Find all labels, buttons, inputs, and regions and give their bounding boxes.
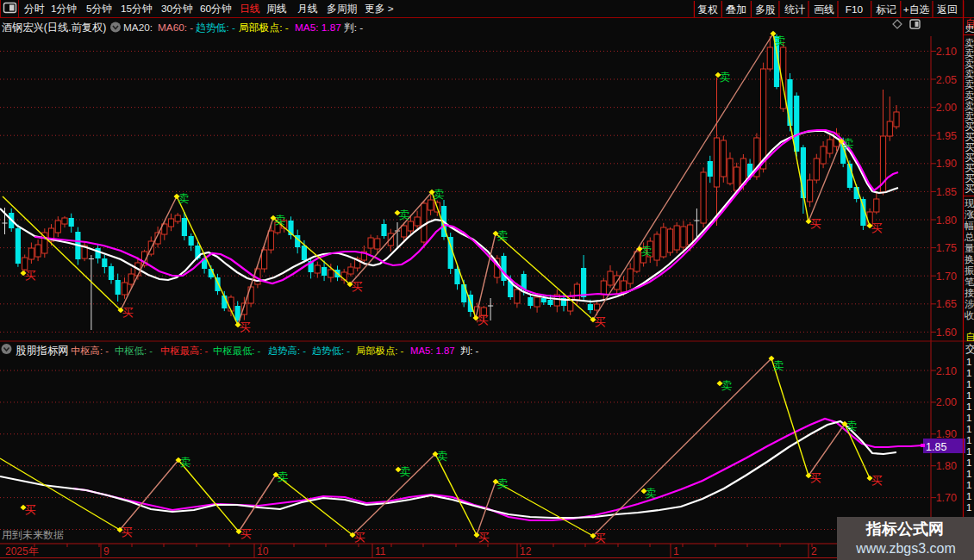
svg-text:2: 2 — [811, 545, 817, 557]
svg-text:1: 1 — [966, 491, 971, 501]
svg-text:1.70: 1.70 — [936, 492, 957, 504]
svg-text:卖: 卖 — [965, 38, 974, 48]
svg-text:卖: 卖 — [275, 214, 286, 227]
svg-text:交: 交 — [965, 343, 974, 355]
svg-text:MA5: 1.87: MA5: 1.87 — [295, 22, 341, 34]
svg-text:1.65: 1.65 — [936, 298, 957, 310]
svg-text:多股: 多股 — [755, 3, 776, 16]
svg-text:1.70: 1.70 — [936, 271, 957, 283]
svg-text:卖: 卖 — [846, 420, 858, 432]
svg-text:中枢低: -: 中枢低: - — [115, 345, 153, 356]
svg-text:1.80: 1.80 — [936, 460, 957, 472]
svg-text:买: 买 — [871, 474, 883, 487]
svg-text:1: 1 — [966, 502, 971, 513]
svg-text:卖: 卖 — [965, 48, 974, 59]
svg-text:指标公式网: 指标公式网 — [865, 520, 944, 538]
svg-text:卖: 卖 — [278, 470, 289, 483]
svg-text:2025年: 2025年 — [5, 545, 39, 557]
svg-text:卖: 卖 — [965, 79, 974, 90]
svg-text:1: 1 — [966, 435, 971, 445]
svg-text:www.zbgs3.com: www.zbgs3.com — [855, 541, 956, 556]
svg-text:1.80: 1.80 — [936, 215, 957, 227]
svg-text:月线: 月线 — [297, 3, 318, 15]
svg-text:买: 买 — [965, 173, 974, 184]
svg-text:1分钟: 1分钟 — [51, 3, 77, 15]
svg-text:9: 9 — [103, 545, 109, 557]
svg-text:1: 1 — [966, 401, 971, 412]
svg-text:卖: 卖 — [437, 450, 448, 463]
svg-text:买: 买 — [478, 314, 489, 327]
svg-text:15分钟: 15分钟 — [121, 3, 153, 15]
svg-text:酒钢宏兴(日线.前复权): 酒钢宏兴(日线.前复权) — [2, 22, 106, 34]
svg-text:买: 买 — [595, 315, 606, 328]
svg-text:MA5: 1.87: MA5: 1.87 — [410, 345, 455, 356]
svg-text:中枢最高: -: 中枢最高: - — [160, 345, 208, 356]
svg-text:现: 现 — [965, 198, 974, 208]
svg-text:1.85: 1.85 — [926, 441, 946, 453]
svg-text:卖: 卖 — [641, 245, 652, 258]
svg-text:买: 买 — [965, 184, 974, 194]
svg-text:2.10: 2.10 — [936, 365, 957, 377]
svg-text:叠加: 叠加 — [726, 3, 746, 16]
svg-text:卖: 卖 — [400, 465, 411, 478]
svg-text:1: 1 — [966, 469, 971, 479]
svg-text:史: 史 — [965, 23, 974, 34]
svg-text:11: 11 — [375, 545, 386, 557]
svg-text:买: 买 — [352, 280, 363, 293]
svg-text:接: 接 — [965, 288, 974, 298]
svg-text:卖: 卖 — [965, 59, 974, 69]
svg-text:2.10: 2.10 — [936, 46, 957, 58]
svg-text:画线: 画线 — [814, 3, 834, 16]
svg-text:卖: 卖 — [965, 69, 974, 79]
svg-text:买: 买 — [240, 527, 252, 540]
svg-text:趋势低: -: 趋势低: - — [312, 345, 350, 356]
svg-text:卖: 卖 — [843, 137, 854, 150]
svg-text:局部极点: -: 局部极点: - — [356, 345, 403, 356]
svg-text:买: 买 — [965, 142, 974, 152]
svg-text:F10: F10 — [846, 3, 864, 16]
svg-text:卖: 卖 — [646, 487, 657, 500]
svg-text:卖: 卖 — [180, 456, 191, 469]
svg-text:卖: 卖 — [965, 90, 974, 101]
svg-text:+自选: +自选 — [903, 3, 930, 16]
svg-text:卖: 卖 — [721, 379, 733, 392]
svg-text:MA60: -: MA60: - — [158, 22, 193, 34]
svg-text:用到未来数据: 用到未来数据 — [2, 529, 64, 541]
svg-text:买: 买 — [965, 152, 974, 163]
svg-text:2.00: 2.00 — [936, 102, 957, 114]
svg-text:买: 买 — [965, 132, 974, 142]
svg-text:分时: 分时 — [24, 3, 45, 15]
svg-text:10: 10 — [257, 545, 269, 557]
svg-text:1: 1 — [966, 457, 971, 468]
svg-text:2.05: 2.05 — [936, 74, 957, 86]
svg-text:买: 买 — [478, 531, 490, 544]
svg-text:卖: 卖 — [775, 34, 786, 47]
svg-text:买: 买 — [871, 221, 883, 234]
svg-text:振: 振 — [965, 265, 974, 276]
svg-text:卖: 卖 — [497, 229, 509, 242]
svg-text:买: 买 — [810, 471, 821, 484]
svg-text:趋势高: -: 趋势高: - — [268, 345, 306, 356]
svg-text:买: 买 — [965, 121, 974, 132]
svg-text:判: -: 判: - — [460, 345, 479, 356]
svg-text:总: 总 — [964, 232, 974, 242]
svg-text:1: 1 — [966, 368, 971, 378]
svg-text:多周期: 多周期 — [327, 3, 357, 15]
svg-text:卖: 卖 — [399, 208, 410, 221]
svg-text:买: 买 — [595, 532, 606, 544]
svg-text:买: 买 — [122, 306, 134, 319]
svg-text:1.90: 1.90 — [936, 158, 957, 170]
svg-text:卖: 卖 — [497, 477, 509, 490]
svg-text:买: 买 — [354, 531, 365, 544]
svg-text:1: 1 — [966, 390, 971, 401]
svg-text:买: 买 — [25, 269, 36, 282]
svg-text:30分钟: 30分钟 — [161, 3, 193, 15]
svg-text:买: 买 — [965, 163, 974, 173]
svg-text:买: 买 — [810, 217, 821, 230]
svg-text:换: 换 — [965, 254, 974, 264]
svg-text:MA20:: MA20: — [123, 22, 153, 34]
svg-text:复权: 复权 — [697, 3, 718, 16]
svg-text:1.75: 1.75 — [936, 242, 957, 254]
svg-text:1: 1 — [966, 424, 971, 434]
svg-text:1: 1 — [966, 413, 971, 423]
